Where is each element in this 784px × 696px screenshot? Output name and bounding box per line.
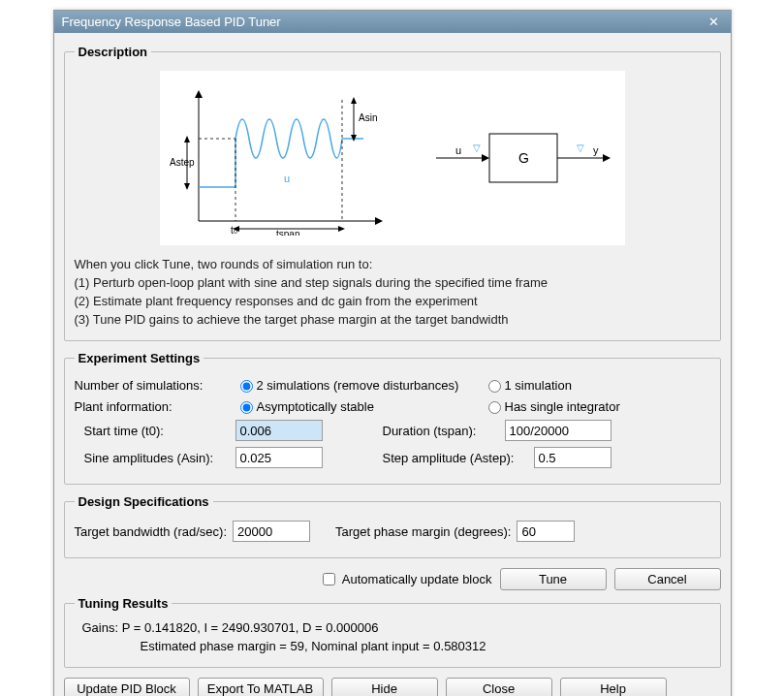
close-icon[interactable]: ✕ [706, 15, 723, 29]
cancel-button[interactable]: Cancel [614, 568, 721, 590]
desc-line2: (2) Estimate plant frequency responses a… [75, 294, 710, 308]
svg-text:Astep: Astep [170, 157, 195, 168]
results-group: Tuning Results Gains: P = 0.141820, I = … [64, 596, 721, 668]
svg-marker-9 [184, 183, 190, 190]
close-button[interactable]: Close [446, 678, 552, 696]
bw-label: Target bandwidth (rad/sec): [75, 524, 228, 539]
svg-marker-8 [184, 136, 190, 142]
hide-button[interactable]: Hide [331, 678, 438, 696]
radio-asymp-label: Asymptotically stable [257, 399, 374, 414]
astep-label: Step amplitude (Astep): [383, 451, 528, 465]
block-diagram-icon: G u y ▽ ▽ [431, 119, 615, 197]
results-legend: Tuning Results [75, 596, 172, 611]
svg-text:tspan: tspan [276, 229, 299, 236]
description-text: When you click Tune, two rounds of simul… [75, 257, 710, 327]
svg-marker-12 [351, 97, 357, 104]
update-pid-button[interactable]: Update PID Block [64, 678, 190, 696]
title-bar: Frequency Response Based PID Tuner ✕ [54, 11, 731, 33]
experiment-group: Experiment Settings Number of simulation… [64, 351, 721, 485]
dialog-window: Frequency Response Based PID Tuner ✕ Des… [53, 10, 732, 696]
results-gains: Gains: P = 0.141820, I = 2490.930701, D … [82, 620, 710, 635]
tune-button[interactable]: Tune [500, 568, 607, 590]
experiment-legend: Experiment Settings [75, 351, 204, 365]
pm-label: Target phase margin (degrees): [335, 524, 511, 539]
description-diagram: Astep Asin tspan t₀ u [160, 71, 625, 245]
svg-text:Asin: Asin [359, 112, 377, 123]
start-time-input[interactable] [235, 420, 323, 441]
svg-text:▽: ▽ [473, 142, 481, 153]
bw-input[interactable] [233, 521, 310, 542]
help-button[interactable]: Help [560, 678, 667, 696]
auto-update-checkbox-wrap[interactable]: Automatically update block [319, 570, 492, 588]
duration-label: Duration (tspan): [383, 424, 499, 438]
asin-input[interactable] [235, 447, 323, 468]
svg-marker-26 [603, 154, 611, 162]
svg-text:▽: ▽ [577, 142, 584, 153]
content-area: Description [54, 33, 731, 696]
radio-1sim[interactable] [488, 380, 501, 393]
svg-text:G: G [518, 150, 529, 166]
svg-text:t₀: t₀ [231, 225, 237, 236]
pm-input[interactable] [517, 521, 575, 542]
design-legend: Design Specifications [75, 494, 213, 509]
design-group: Design Specifications Target bandwidth (… [64, 494, 721, 558]
description-group: Description [64, 45, 721, 341]
auto-update-label: Automatically update block [342, 572, 492, 586]
radio-2sim-label: 2 simulations (remove disturbances) [257, 378, 459, 393]
signal-diagram-icon: Astep Asin tspan t₀ u [170, 80, 392, 236]
svg-marker-22 [482, 154, 489, 162]
asin-label: Sine amplitudes (Asin): [75, 451, 230, 465]
description-legend: Description [75, 45, 152, 59]
astep-input[interactable] [534, 447, 612, 468]
svg-text:u: u [455, 144, 461, 156]
svg-text:y: y [593, 144, 599, 156]
auto-update-checkbox[interactable] [323, 573, 335, 585]
radio-1sim-label: 1 simulation [505, 378, 572, 393]
window-title: Frequency Response Based PID Tuner [62, 15, 706, 29]
desc-line1: (1) Perturb open-loop plant with sine an… [75, 275, 710, 290]
plant-label: Plant information: [75, 399, 230, 414]
radio-asymp[interactable] [240, 401, 253, 414]
results-est: Estimated phase margin = 59, Nominal pla… [82, 639, 710, 653]
duration-input[interactable] [505, 420, 612, 441]
svg-marker-3 [375, 217, 383, 225]
num-sim-label: Number of simulations: [75, 378, 230, 393]
desc-line3: (3) Tune PID gains to achieve the target… [75, 312, 710, 327]
tune-actions-row: Automatically update block Tune Cancel [64, 568, 721, 590]
export-matlab-button[interactable]: Export To MATLAB [198, 678, 324, 696]
desc-intro: When you click Tune, two rounds of simul… [75, 257, 710, 271]
radio-integrator[interactable] [488, 401, 501, 414]
radio-2sim[interactable] [240, 380, 253, 393]
svg-marker-2 [195, 90, 203, 98]
svg-marker-17 [338, 226, 345, 232]
bottom-button-row: Update PID Block Export To MATLAB Hide C… [64, 678, 721, 696]
svg-text:u: u [284, 173, 290, 184]
start-label: Start time (t0): [75, 424, 230, 438]
radio-integrator-label: Has single integrator [505, 399, 620, 414]
